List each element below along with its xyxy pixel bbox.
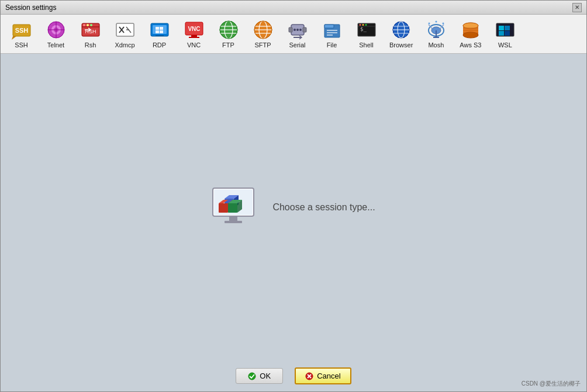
telnet-label: Telnet [47, 41, 64, 48]
aws-s3-label: Aws S3 [460, 41, 481, 48]
telnet-icon [46, 19, 67, 40]
session-type-ftp[interactable]: FTP [212, 17, 244, 51]
session-type-file[interactable]: File [316, 17, 348, 51]
svg-rect-51 [324, 25, 334, 28]
svg-rect-86 [499, 31, 504, 36]
svg-rect-85 [505, 26, 510, 30]
svg-text:$_: $_ [360, 26, 367, 32]
svg-rect-23 [156, 27, 159, 30]
svg-rect-29 [191, 35, 197, 37]
cancel-button[interactable]: Cancel [295, 367, 351, 384]
svg-rect-26 [160, 30, 163, 33]
ssh-icon: SSH [11, 19, 32, 40]
svg-rect-30 [189, 37, 199, 38]
svg-rect-15 [116, 23, 134, 36]
svg-point-74 [435, 21, 437, 23]
svg-rect-22 [156, 35, 164, 36]
xdmcp-icon [115, 19, 136, 40]
svg-rect-25 [156, 30, 159, 33]
svg-point-59 [362, 24, 364, 26]
svg-rect-91 [225, 221, 242, 223]
svg-point-58 [359, 24, 361, 26]
session-type-rdp[interactable]: RDP [143, 17, 175, 51]
svg-point-75 [442, 23, 444, 25]
rsh-icon: RSH [80, 19, 101, 40]
file-label: File [327, 41, 337, 48]
watermark: CSDN @爱生活的椰子 [522, 380, 581, 388]
session-type-wsl[interactable]: WSL [489, 17, 521, 51]
svg-point-10 [83, 24, 85, 26]
sftp-icon [253, 19, 274, 40]
serial-icon [287, 19, 308, 40]
cancel-x-icon [305, 372, 313, 380]
session-type-shell[interactable]: $_ Shell [350, 17, 382, 51]
dialog-title: Session settings [5, 4, 56, 12]
vnc-icon: VNC [184, 19, 205, 40]
svg-rect-45 [303, 27, 306, 32]
session-type-aws-s3[interactable]: Aws S3 [454, 17, 486, 51]
session-type-telnet[interactable]: Telnet [40, 17, 72, 51]
svg-point-79 [463, 23, 478, 29]
svg-rect-95 [219, 203, 228, 213]
dialog-footer: OK Cancel [1, 360, 586, 391]
session-type-ssh[interactable]: SSH SSH [5, 17, 37, 51]
svg-rect-44 [289, 27, 292, 32]
session-type-xdmcp[interactable]: Xdmcp [109, 17, 141, 51]
wsl-icon [495, 19, 516, 40]
ssh-label: SSH [15, 41, 28, 48]
svg-point-47 [296, 29, 299, 31]
svg-rect-87 [505, 31, 510, 36]
title-bar: Session settings ✕ [1, 1, 586, 15]
wsl-label: WSL [498, 41, 512, 48]
svg-point-11 [87, 24, 89, 26]
browser-icon [391, 19, 412, 40]
mosh-label: Mosh [428, 41, 444, 48]
svg-rect-84 [499, 26, 504, 30]
svg-rect-98 [228, 203, 237, 213]
close-button[interactable]: ✕ [572, 3, 582, 12]
aws-s3-icon [460, 19, 481, 40]
session-type-serial[interactable]: Serial [281, 17, 313, 51]
svg-point-101 [248, 373, 255, 380]
main-content: Choose a session type... [1, 54, 586, 360]
ok-check-icon [248, 372, 256, 380]
session-type-browser[interactable]: Browser [385, 17, 417, 51]
svg-point-48 [299, 29, 302, 31]
svg-marker-2 [12, 36, 16, 40]
shell-icon: $_ [356, 19, 377, 40]
session-type-sftp[interactable]: SFTP [247, 17, 279, 51]
svg-text:VNC: VNC [188, 26, 200, 32]
rsh-label: Rsh [85, 41, 96, 48]
xdmcp-label: Xdmcp [115, 41, 134, 48]
svg-rect-24 [160, 27, 163, 30]
session-type-toolbar: SSH SSH Telnet [1, 15, 586, 54]
svg-point-73 [428, 23, 430, 25]
session-settings-dialog: Session settings ✕ SSH SSH [0, 0, 587, 392]
session-type-vnc[interactable]: VNC VNC [178, 17, 210, 51]
placeholder-text: Choose a session type... [272, 202, 375, 213]
svg-point-46 [294, 29, 296, 31]
ok-button[interactable]: OK [236, 368, 283, 384]
session-placeholder: Choose a session type... [212, 187, 375, 228]
rdp-icon [149, 19, 170, 40]
svg-point-60 [365, 24, 367, 26]
serial-label: Serial [289, 41, 305, 48]
mosh-icon [426, 19, 447, 40]
session-type-mosh[interactable]: Mosh [420, 17, 452, 51]
svg-text:SSH: SSH [15, 27, 28, 34]
ftp-icon [218, 19, 239, 40]
svg-point-78 [463, 32, 478, 38]
ftp-label: FTP [222, 41, 234, 48]
vnc-label: VNC [187, 41, 201, 48]
sftp-label: SFTP [254, 41, 271, 48]
shell-label: Shell [359, 41, 373, 48]
browser-label: Browser [389, 41, 413, 48]
file-icon [322, 19, 343, 40]
session-type-image [212, 187, 258, 228]
session-type-rsh[interactable]: RSH Rsh [74, 17, 106, 51]
rdp-label: RDP [153, 41, 166, 48]
svg-point-12 [90, 24, 92, 26]
